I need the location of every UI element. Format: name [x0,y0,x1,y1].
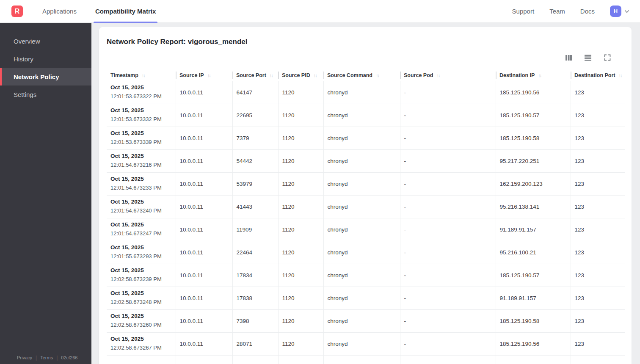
column-header-destination-port[interactable]: Destination Port↑↓ [571,70,625,81]
source-pod-cell: - [400,172,496,195]
table-row: Oct 15, 202512:02:58.673267 PM10.0.0.112… [107,332,625,355]
user-avatar[interactable]: H [610,6,621,17]
sidebar: OverviewHistoryNetwork PolicySettings Pr… [0,23,91,364]
column-label: Source IP [179,72,204,78]
rows-view-icon[interactable] [582,52,593,63]
team-link[interactable]: Team [549,8,565,15]
source-command-cell: chronyd [323,332,400,355]
timestamp-cell: Oct 15, 202512:02:58.673260 PM [107,309,176,332]
source-command-cell: chronyd [323,287,400,309]
source-port-cell: 64147 [232,81,278,104]
chevron-down-icon[interactable] [624,8,630,14]
source-port-cell: 7398 [232,309,278,332]
source-command-cell [323,355,400,364]
source-command-cell: chronyd [323,241,400,264]
top-navigation-bar: R Applications Compatibility Matrix Supp… [0,0,640,23]
tab-applications[interactable]: Applications [33,0,86,22]
source-ip-cell: 10.0.0.11 [176,149,232,172]
column-label: Source Port [236,72,266,78]
app-logo[interactable]: R [11,6,23,17]
sort-icon[interactable]: ↑↓ [314,73,317,78]
table-row: Oct 15, 202512:02:58.673248 PM10.0.0.111… [107,287,625,309]
timestamp-date: Oct 15, 2025 [110,221,173,229]
source-pid-cell: 1120 [278,241,323,264]
sort-icon[interactable]: ↑↓ [619,73,622,78]
source-ip-cell: 10.0.0.11 [176,309,232,332]
source-pod-cell: - [400,309,496,332]
sort-icon[interactable]: ↑↓ [207,73,210,78]
source-pod-cell: - [400,332,496,355]
column-label: Destination IP [499,72,535,78]
sidebar-item-overview[interactable]: Overview [0,32,91,50]
destination-ip-cell: 185.125.190.56 [496,81,571,104]
column-header-timestamp[interactable]: Timestamp↑↓ [107,70,176,81]
source-ip-cell: 10.0.0.11 [176,264,232,287]
table-row: Oct 15, 202512:01:54.673247 PM10.0.0.111… [107,218,625,241]
source-ip-cell: 10.0.0.11 [176,332,232,355]
timestamp-time: 12:01:54.673247 PM [110,229,173,238]
sort-icon[interactable]: ↑↓ [436,73,439,78]
source-pod-cell: - [400,81,496,104]
sort-icon[interactable]: ↑↓ [376,73,379,78]
destination-port-cell: 123 [571,81,625,104]
source-pid-cell: 1120 [278,287,323,309]
column-label: Timestamp [110,72,138,78]
destination-port-cell: 123 [571,287,625,309]
timestamp-time: 12:01:55.673293 PM [110,252,173,261]
timestamp-cell: Oct 15, 202512:01:54.673233 PM [107,172,176,195]
build-id: 02cf266 [61,355,77,360]
sidebar-item-history[interactable]: History [0,50,91,68]
source-pod-cell: - [400,127,496,149]
column-label: Destination Port [574,72,615,78]
destination-ip-cell: 185.125.190.58 [496,127,571,149]
destination-ip-cell: 95.216.138.141 [496,195,571,218]
source-command-cell: chronyd [323,309,400,332]
sidebar-item-network-policy[interactable]: Network Policy [0,68,91,85]
source-pid-cell: 1120 [278,104,323,127]
privacy-link[interactable]: Privacy [17,355,32,360]
source-pid-cell: 1120 [278,127,323,149]
source-pid-cell: 1120 [278,264,323,287]
destination-port-cell: 123 [571,172,625,195]
tab-compatibility-matrix[interactable]: Compatibility Matrix [86,0,165,22]
column-header-source-command[interactable]: Source Command↑↓ [323,70,400,81]
timestamp-cell: Oct 15, 202512:01:53.673339 PM [107,127,176,149]
destination-port-cell: 123 [571,104,625,127]
column-header-source-ip[interactable]: Source IP↑↓ [176,70,232,81]
table-body: Oct 15, 202512:01:53.673322 PM10.0.0.116… [107,81,625,364]
source-port-cell [232,355,278,364]
fullscreen-icon[interactable] [602,52,613,63]
table-toolbar [107,52,625,63]
source-pid-cell [278,355,323,364]
timestamp-date: Oct 15, 2025 [110,266,173,275]
timestamp-time: 12:01:54.673233 PM [110,184,173,192]
timestamp-cell: Oct 15, 202512:02:58.673248 PM [107,287,176,309]
column-header-source-pod[interactable]: Source Pod↑↓ [400,70,496,81]
column-header-source-pid[interactable]: Source PID↑↓ [278,70,323,81]
terms-link[interactable]: Terms [40,355,53,360]
sort-icon[interactable]: ↑↓ [538,73,541,78]
source-port-cell: 41443 [232,195,278,218]
column-header-source-port[interactable]: Source Port↑↓ [232,70,278,81]
timestamp-time: 12:01:54.673240 PM [110,207,173,215]
columns-view-icon[interactable] [563,52,574,63]
source-command-cell: chronyd [323,264,400,287]
sidebar-item-settings[interactable]: Settings [0,85,91,103]
source-pid-cell: 1120 [278,195,323,218]
source-port-cell: 53979 [232,172,278,195]
source-command-cell: chronyd [323,104,400,127]
docs-link[interactable]: Docs [580,8,595,15]
sort-icon[interactable]: ↑↓ [270,73,273,78]
destination-ip-cell: 162.159.200.123 [496,172,571,195]
support-link[interactable]: Support [512,8,535,15]
destination-ip-cell: 91.189.91.157 [496,218,571,241]
main-content: Network Policy Report: vigorous_mendel [91,23,640,364]
destination-port-cell: 123 [571,127,625,149]
table-row: Oct 15, 202512:01:54.673216 PM10.0.0.115… [107,149,625,172]
column-header-destination-ip[interactable]: Destination IP↑↓ [496,70,571,81]
table-row: Oct 15, 202512:02:58.673260 PM10.0.0.117… [107,309,625,332]
source-port-cell: 11909 [232,218,278,241]
sort-icon[interactable]: ↑↓ [142,73,145,78]
timestamp-date: Oct 15, 2025 [110,362,173,364]
table-row: Oct 15, 202512:01:54.673240 PM10.0.0.114… [107,195,625,218]
